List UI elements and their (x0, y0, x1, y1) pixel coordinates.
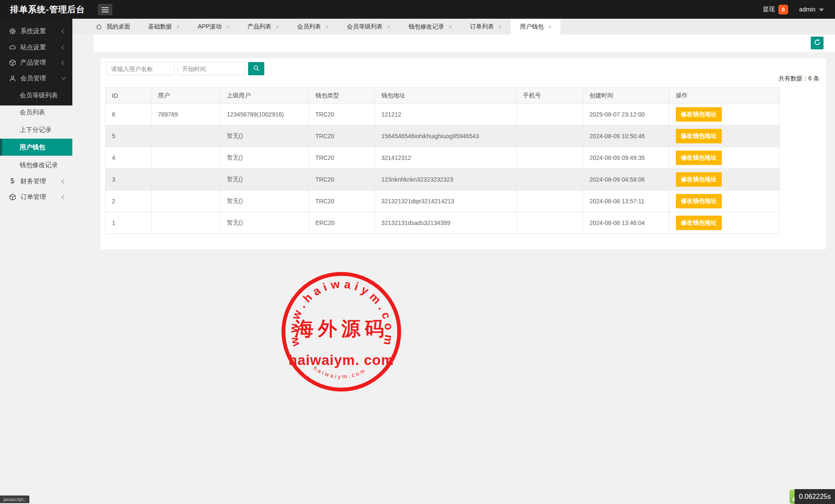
chevron-left-icon (62, 45, 66, 49)
sidebar-item-member-management[interactable]: 会员管理 (0, 70, 72, 87)
edit-wallet-address-button[interactable]: 修改钱包地址 (676, 151, 722, 165)
sidebar-item-member-list[interactable]: 会员列表 (0, 104, 72, 121)
user-menu[interactable]: admin (799, 6, 815, 13)
cell-created: 2024-08-08 13:46:04 (583, 212, 669, 234)
col-header-id: ID (106, 88, 152, 104)
topbar-right: 提现 0 admin (763, 0, 824, 19)
tab-order-list[interactable]: 订单列表 × (461, 19, 511, 34)
cell-id: 2 (106, 191, 152, 212)
col-header-parent: 上级用户 (220, 88, 309, 104)
close-icon[interactable]: × (325, 23, 329, 30)
sidebar-item-label: 产品管理 (20, 59, 46, 67)
col-header-wallet-address: 钱包地址 (375, 88, 517, 104)
chevron-left-icon (62, 29, 66, 33)
close-icon[interactable]: × (449, 23, 452, 30)
cell-created: 2024-08-09 04:58:06 (583, 169, 669, 191)
status-link-preview: javascript:; (0, 495, 29, 503)
close-icon[interactable]: × (498, 23, 502, 30)
cell-parent: 暂无() (220, 169, 309, 191)
table-header-row: ID 用户 上级用户 钱包类型 钱包地址 手机号 创建时间 操作 (106, 88, 780, 104)
cell-id: 5 (106, 125, 152, 147)
stamp-center-cn-text: 海外源码 (294, 318, 388, 339)
sidebar-item-product-management[interactable]: 产品管理 (0, 54, 72, 71)
chevron-down-icon (62, 76, 66, 80)
tab-label: 用户钱包 (520, 23, 543, 31)
hamburger-menu-icon[interactable] (98, 4, 112, 15)
edit-wallet-address-button[interactable]: 修改钱包地址 (676, 107, 722, 122)
sidebar-item-site-settings[interactable]: 站点设置 (0, 39, 72, 56)
cloud-icon (8, 43, 17, 51)
tab-basic-data[interactable]: 基础数据 × (139, 19, 189, 34)
sidebar-item-label: 会员管理 (20, 74, 46, 83)
sidebar-item-finance-management[interactable]: $ 财务管理 (0, 173, 72, 190)
edit-wallet-address-button[interactable]: 修改钱包地址 (676, 172, 722, 187)
edit-wallet-address-button[interactable]: 修改钱包地址 (676, 194, 722, 208)
cell-user: 789789 (152, 104, 220, 125)
cell-user (152, 212, 220, 234)
record-count-summary: 共有数据：6 条 (778, 75, 819, 83)
gear-icon (8, 27, 17, 35)
close-icon[interactable]: × (176, 23, 180, 30)
sidebar-item-wallet-edit-records[interactable]: 钱包修改记录 (0, 157, 72, 174)
cell-parent: 暂无() (220, 191, 309, 212)
wallet-table: ID 用户 上级用户 钱包类型 钱包地址 手机号 创建时间 操作 6 78978… (105, 87, 780, 234)
edit-wallet-address-button[interactable]: 修改钱包地址 (676, 216, 722, 230)
cube-icon (8, 58, 17, 67)
cell-wallet-address: 321412312 (375, 147, 517, 169)
tab-member-list[interactable]: 会员列表 × (288, 19, 338, 34)
tab-bar: 我的桌面 基础数据 × APP滚动 × 产品列表 × 会员列表 × 会员等级列表… (72, 19, 835, 34)
edit-wallet-address-button[interactable]: 修改钱包地址 (676, 129, 722, 143)
refresh-button[interactable] (811, 37, 824, 49)
withdraw-count-badge[interactable]: 0 (778, 5, 788, 14)
cell-user (152, 191, 220, 212)
tab-label: 钱包修改记录 (409, 23, 444, 31)
tab-label: 我的桌面 (106, 23, 130, 31)
person-icon (8, 74, 17, 83)
search-username-input[interactable] (106, 62, 174, 75)
sidebar-item-member-level-list[interactable]: 会员等级列表 (0, 87, 72, 104)
tab-my-desktop[interactable]: 我的桌面 (87, 19, 139, 34)
table-row: 4 暂无() TRC20 321412312 2024-08-09 09:49:… (106, 147, 780, 169)
sidebar-item-user-wallet[interactable]: 用户钱包 (0, 139, 72, 156)
withdraw-link[interactable]: 提现 (763, 6, 775, 13)
tab-product-list[interactable]: 产品列表 × (239, 19, 289, 34)
content-toolbar (94, 34, 835, 52)
dollar-icon: $ (8, 177, 17, 185)
close-icon[interactable]: × (387, 23, 391, 30)
close-icon[interactable]: × (276, 23, 280, 30)
sidebar-item-label: 订单管理 (20, 193, 46, 201)
cell-user (152, 147, 220, 169)
search-button[interactable] (248, 62, 264, 75)
tab-label: 会员等级列表 (347, 23, 383, 31)
sidebar-item-system-settings[interactable]: 系统设置 (0, 23, 72, 40)
cell-parent: 123456789(1002916) (220, 104, 309, 125)
sidebar-item-label: 站点设置 (20, 43, 46, 51)
tab-user-wallet[interactable]: 用户钱包 × (511, 19, 560, 34)
cell-wallet-type: TRC20 (309, 147, 375, 169)
box-icon (8, 193, 17, 201)
refresh-icon (814, 39, 821, 48)
close-icon[interactable]: × (548, 23, 552, 30)
start-time-input[interactable] (177, 62, 246, 75)
cell-wallet-address: 321321321dqe3214214213 (375, 191, 517, 212)
sidebar-item-updown-records[interactable]: 上下分记录 (0, 121, 72, 138)
app-title: 排单系统-管理后台 (10, 0, 85, 19)
tab-wallet-edit-records[interactable]: 钱包修改记录 × (400, 19, 461, 34)
tab-app-scroll[interactable]: APP滚动 × (189, 19, 239, 34)
cell-wallet-type: TRC20 (309, 191, 375, 212)
tab-member-level-list[interactable]: 会员等级列表 × (338, 19, 400, 34)
sidebar-item-label: 会员列表 (20, 108, 45, 117)
cell-id: 4 (106, 147, 152, 169)
close-icon[interactable]: × (226, 23, 230, 30)
cell-user (152, 125, 220, 147)
col-header-wallet-type: 钱包类型 (309, 88, 375, 104)
cell-parent: 暂无() (220, 125, 309, 147)
tab-label: 基础数据 (148, 23, 172, 31)
col-header-actions: 操作 (669, 88, 780, 104)
table-row: 3 暂无() TRC20 123nknhknkn32323232323 2024… (106, 169, 780, 191)
cell-created: 2024-08-09 09:49:35 (583, 147, 669, 169)
sidebar-item-order-management[interactable]: 订单管理 (0, 188, 72, 205)
chevron-left-icon (62, 195, 66, 199)
cell-parent: 暂无() (220, 212, 309, 234)
cell-wallet-type: ERC20 (309, 212, 375, 234)
